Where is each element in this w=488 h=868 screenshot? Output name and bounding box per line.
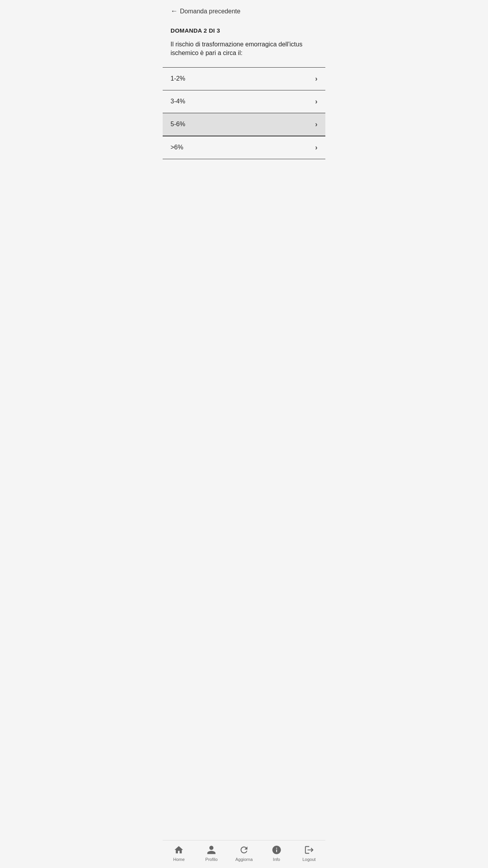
question-section: DOMANDA 2 DI 3 Il rischio di trasformazi… — [163, 19, 325, 58]
option-label-3: 5-6% — [171, 121, 185, 128]
question-counter: DOMANDA 2 DI 3 — [171, 27, 317, 34]
tab-logout[interactable]: Logout — [293, 844, 325, 862]
back-label: Domanda precedente — [180, 8, 240, 15]
tab-home-label: Home — [173, 857, 185, 862]
chevron-right-icon-1: › — [315, 75, 317, 83]
back-arrow-icon: ← — [171, 7, 178, 15]
option-item-4[interactable]: >6% › — [163, 136, 325, 159]
option-label-1: 1-2% — [171, 75, 185, 82]
tab-info-label: Info — [273, 857, 280, 862]
home-icon — [173, 844, 184, 855]
tab-aggiorna[interactable]: Aggiorna — [228, 844, 261, 862]
back-button[interactable]: ← Domanda precedente — [163, 0, 325, 19]
tab-aggiorna-label: Aggiorna — [235, 857, 253, 862]
logout-icon — [304, 844, 315, 855]
tab-info[interactable]: Info — [260, 844, 293, 862]
tab-bar: Home Profilo Aggiorna Info — [163, 840, 325, 868]
tab-profilo-label: Profilo — [205, 857, 218, 862]
tab-logout-label: Logout — [303, 857, 316, 862]
option-label-2: 3-4% — [171, 98, 185, 105]
question-text: Il rischio di trasformazione emorragica … — [171, 40, 317, 58]
chevron-right-icon-2: › — [315, 97, 317, 106]
option-item-3[interactable]: 5-6% › — [163, 113, 325, 136]
refresh-icon — [238, 844, 250, 855]
main-content: ← Domanda precedente DOMANDA 2 DI 3 Il r… — [163, 0, 325, 868]
info-icon — [271, 844, 282, 855]
option-item-2[interactable]: 3-4% › — [163, 90, 325, 113]
option-item-1[interactable]: 1-2% › — [163, 67, 325, 90]
chevron-right-icon-4: › — [315, 143, 317, 152]
chevron-right-icon-3: › — [315, 120, 317, 129]
options-list: 1-2% › 3-4% › 5-6% › >6% › — [163, 67, 325, 159]
person-icon — [206, 844, 217, 855]
tab-profilo[interactable]: Profilo — [195, 844, 228, 862]
tab-home[interactable]: Home — [163, 844, 195, 862]
option-label-4: >6% — [171, 144, 183, 151]
